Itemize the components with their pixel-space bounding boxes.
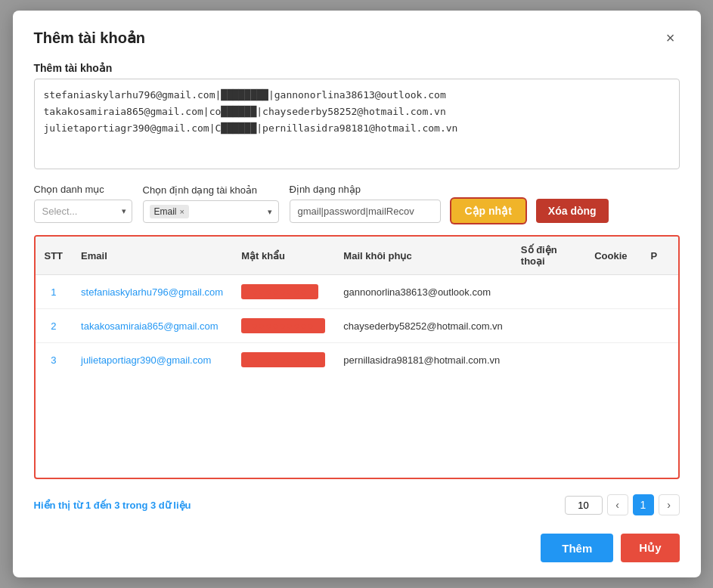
col-email: Email	[72, 237, 232, 275]
col-sdt: Số điện thoại	[512, 237, 585, 275]
delete-row-button[interactable]: Xóa dòng	[536, 199, 609, 223]
modal-title: Thêm tài khoản	[34, 29, 146, 47]
col-mailkhoi: Mail khôi phục	[334, 237, 511, 275]
input-format-label: Định dạng nhập	[290, 184, 441, 195]
category-select[interactable]: Select...	[34, 200, 132, 223]
input-format-group: Định dạng nhập	[290, 184, 441, 223]
controls-row: Chọn danh mục Select... ▾ Chọn định dạng…	[34, 184, 680, 223]
pagination-controls: ‹ 1 ›	[565, 494, 680, 515]
update-button[interactable]: Cập nhật	[451, 199, 525, 223]
cell-cookie	[585, 275, 641, 309]
cell-cookie	[585, 343, 641, 377]
col-stt: STT	[36, 237, 73, 275]
bottom-actions: Thêm Hủy	[34, 534, 680, 562]
info-total-prefix: trong	[122, 500, 150, 511]
info-total: 3	[150, 500, 156, 511]
cell-extra	[642, 275, 678, 309]
page-size-input[interactable]	[565, 496, 603, 515]
info-prefix: Hiển thị từ	[34, 500, 85, 511]
page-1-button[interactable]: 1	[633, 494, 654, 515]
email-tag: Email ×	[150, 205, 189, 218]
input-format-field[interactable]	[290, 200, 441, 223]
cell-stt: 1	[36, 275, 73, 309]
info-to-prefix: đến	[94, 500, 115, 511]
table-header-row: STT Email Mật khẩu Mail khôi phục Số điệ…	[36, 237, 678, 275]
close-button[interactable]: ×	[662, 29, 680, 47]
accounts-table: STT Email Mật khẩu Mail khôi phục Số điệ…	[36, 237, 678, 376]
cell-email: stefaniaskylarhu796@gmail.com	[72, 275, 232, 309]
cell-mailkhoi: chaysederby58252@hotmail.com.vn	[334, 309, 511, 343]
cell-matkhau: ●●●●●●●●●	[232, 343, 334, 377]
cell-mailkhoi: pernillasidra98181@hotmail.com.vn	[334, 343, 511, 377]
category-label: Chọn danh mục	[34, 184, 132, 195]
accounts-textarea[interactable]: stefaniaskylarhu796@gmail.com|████████|g…	[34, 79, 680, 169]
prev-page-button[interactable]: ‹	[607, 494, 628, 515]
col-matkhau: Mật khẩu	[232, 237, 334, 275]
modal-header: Thêm tài khoản ×	[34, 29, 680, 47]
them-button[interactable]: Thêm	[541, 534, 613, 562]
cell-extra	[642, 343, 678, 377]
textarea-label: Thêm tài khoản	[34, 62, 680, 74]
format-group: Chọn định dạng tài khoản Email × ▾	[143, 184, 279, 223]
cell-mailkhoi: gannonorlina38613@outlook.com	[334, 275, 511, 309]
cell-email: julietaportiagr390@gmail.com	[72, 343, 232, 377]
cell-sdt	[512, 309, 585, 343]
format-select-chevron-icon: ▾	[268, 207, 272, 217]
cell-stt: 3	[36, 343, 73, 377]
cell-extra	[642, 309, 678, 343]
cell-matkhau: ●●●●●●●●●	[232, 309, 334, 343]
cell-cookie	[585, 309, 641, 343]
cell-matkhau: ●●●●●●●●	[232, 275, 334, 309]
category-group: Chọn danh mục Select... ▾	[34, 184, 132, 223]
next-page-button[interactable]: ›	[659, 494, 680, 515]
textarea-section: Thêm tài khoản stefaniaskylarhu796@gmail…	[34, 62, 680, 172]
cell-sdt	[512, 275, 585, 309]
cell-sdt	[512, 343, 585, 377]
modal: Thêm tài khoản × Thêm tài khoản stefania…	[13, 11, 701, 577]
email-tag-remove[interactable]: ×	[180, 208, 184, 216]
footer-row: Hiển thị từ 1 đến 3 trong 3 dữ liệu ‹ 1 …	[34, 494, 680, 515]
info-to: 3	[114, 500, 119, 511]
col-cookie: Cookie	[585, 237, 641, 275]
table-body: 1 stefaniaskylarhu796@gmail.com ●●●●●●●●…	[36, 275, 678, 377]
table-row: 1 stefaniaskylarhu796@gmail.com ●●●●●●●●…	[36, 275, 678, 309]
info-suffix: dữ liệu	[159, 500, 191, 511]
table-row: 3 julietaportiagr390@gmail.com ●●●●●●●●●…	[36, 343, 678, 377]
category-select-wrapper: Select... ▾	[34, 200, 132, 223]
format-tag-select[interactable]: Email × ▾	[143, 200, 279, 223]
email-tag-label: Email	[154, 206, 177, 217]
pagination-info: Hiển thị từ 1 đến 3 trong 3 dữ liệu	[34, 500, 191, 511]
cell-email: takakosamiraia865@gmail.com	[72, 309, 232, 343]
format-label: Chọn định dạng tài khoản	[143, 184, 279, 196]
col-extra: P	[642, 237, 678, 275]
accounts-table-wrapper: STT Email Mật khẩu Mail khôi phục Số điệ…	[34, 235, 680, 479]
info-from: 1	[85, 500, 91, 511]
huy-button[interactable]: Hủy	[621, 534, 679, 562]
table-row: 2 takakosamiraia865@gmail.com ●●●●●●●●● …	[36, 309, 678, 343]
cell-stt: 2	[36, 309, 73, 343]
